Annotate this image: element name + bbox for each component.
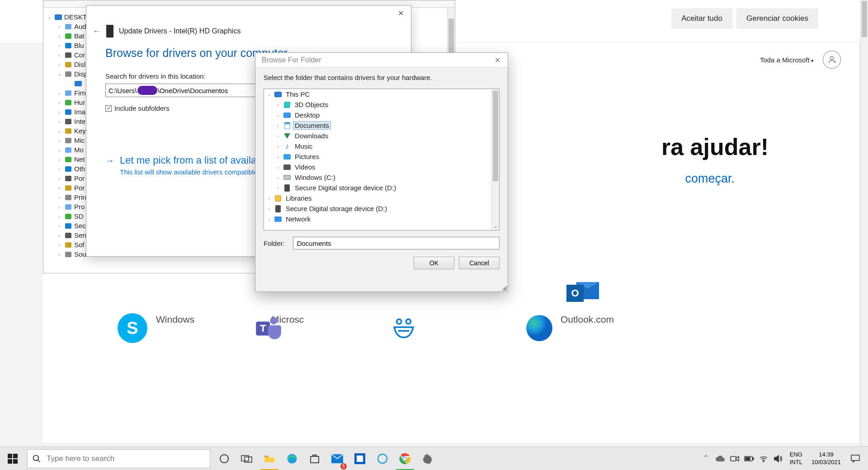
manage-cookies-button[interactable]: Gerenciar cookies bbox=[736, 8, 818, 29]
expand-icon[interactable]: › bbox=[275, 175, 281, 180]
expand-icon[interactable]: › bbox=[275, 164, 281, 170]
expand-icon[interactable]: › bbox=[56, 242, 62, 248]
collapse-icon[interactable]: ⌄ bbox=[46, 14, 52, 20]
all-microsoft-menu[interactable]: Toda a Microsoft bbox=[760, 56, 814, 64]
tree-item[interactable]: ›Pictures bbox=[264, 151, 499, 162]
close-icon[interactable]: ✕ bbox=[487, 53, 508, 67]
folder-icon bbox=[283, 153, 291, 161]
expand-icon[interactable]: › bbox=[266, 196, 272, 201]
expand-icon[interactable]: › bbox=[275, 113, 281, 118]
ok-button[interactable]: OK bbox=[414, 257, 454, 269]
folder-tree-scrollbar[interactable]: ⌄ bbox=[491, 89, 499, 230]
expand-icon[interactable]: › bbox=[275, 102, 281, 108]
expand-icon[interactable]: › bbox=[56, 62, 62, 67]
folder-field[interactable] bbox=[293, 237, 500, 249]
expand-icon[interactable]: › bbox=[275, 123, 281, 128]
expand-icon[interactable]: › bbox=[56, 119, 62, 124]
expand-icon[interactable]: › bbox=[56, 214, 62, 219]
expand-icon[interactable]: › bbox=[266, 216, 272, 222]
expand-icon[interactable]: › bbox=[56, 33, 62, 39]
svg-point-20 bbox=[378, 454, 387, 463]
groupme-icon[interactable] bbox=[389, 313, 419, 343]
expand-icon[interactable]: › bbox=[56, 43, 62, 48]
expand-icon[interactable]: › bbox=[56, 100, 62, 105]
computer-icon bbox=[274, 90, 282, 99]
close-icon[interactable]: ✕ bbox=[390, 6, 411, 20]
expand-icon[interactable]: › bbox=[56, 166, 62, 172]
start-button[interactable] bbox=[0, 447, 25, 470]
scroll-down-icon[interactable]: ⌄ bbox=[492, 222, 499, 230]
expand-icon[interactable]: › bbox=[275, 154, 281, 160]
tree-item[interactable]: ›Desktop bbox=[264, 110, 499, 120]
wifi-tray-icon[interactable] bbox=[756, 447, 771, 470]
tree-item[interactable]: ›Secure Digital storage device (D:) bbox=[264, 203, 499, 214]
expand-icon[interactable]: › bbox=[56, 223, 62, 229]
expand-icon[interactable]: › bbox=[56, 147, 62, 153]
tree-item[interactable]: ›Network bbox=[264, 214, 499, 224]
tree-item[interactable]: ›♪Music bbox=[264, 141, 499, 151]
tree-item[interactable]: ›Documents bbox=[264, 120, 499, 131]
expand-icon[interactable]: › bbox=[56, 233, 62, 238]
search-input[interactable] bbox=[47, 454, 205, 463]
edge-icon[interactable] bbox=[524, 313, 554, 343]
device-icon bbox=[106, 25, 113, 38]
tree-item-this-pc[interactable]: ⌄ This PC bbox=[264, 89, 499, 99]
expand-icon[interactable]: › bbox=[56, 138, 62, 143]
expand-icon[interactable]: › bbox=[56, 90, 62, 96]
photos-icon[interactable] bbox=[349, 447, 371, 470]
onedrive-tray-icon[interactable] bbox=[713, 447, 727, 470]
microsoft-store-icon[interactable] bbox=[303, 447, 326, 470]
expand-icon[interactable]: › bbox=[275, 144, 281, 149]
scrollbar-thumb[interactable] bbox=[862, 1, 867, 37]
svg-point-8 bbox=[526, 315, 552, 341]
page-scrollbar[interactable] bbox=[860, 0, 868, 446]
expand-icon[interactable]: › bbox=[56, 52, 62, 58]
expand-icon[interactable]: › bbox=[56, 195, 62, 200]
expand-icon[interactable]: › bbox=[56, 176, 62, 181]
expand-icon[interactable]: › bbox=[56, 109, 62, 115]
scrollbar-thumb[interactable] bbox=[493, 91, 498, 181]
battery-tray-icon[interactable] bbox=[742, 447, 756, 470]
tree-item[interactable]: ›Libraries bbox=[264, 193, 499, 203]
meet-now-tray-icon[interactable] bbox=[727, 447, 742, 470]
account-icon[interactable] bbox=[823, 51, 841, 69]
cancel-button[interactable]: Cancel bbox=[459, 257, 500, 269]
accept-cookies-button[interactable]: Aceitar tudo bbox=[671, 8, 732, 29]
tree-item[interactable]: ›3D Objects bbox=[264, 99, 499, 110]
tree-item[interactable]: ›Secure Digital storage device (D:) bbox=[264, 183, 499, 193]
expand-icon[interactable]: › bbox=[56, 185, 62, 191]
tray-expand-icon[interactable]: ˄ bbox=[698, 447, 713, 470]
edge-taskbar-icon[interactable] bbox=[281, 447, 303, 470]
expand-icon[interactable]: › bbox=[56, 252, 62, 257]
skype-icon[interactable]: S bbox=[118, 313, 147, 343]
task-view-icon[interactable] bbox=[236, 447, 258, 470]
expand-icon[interactable]: › bbox=[56, 157, 62, 162]
folder-tree[interactable]: ⌄ This PC ›3D Objects›Desktop›Documents›… bbox=[264, 89, 500, 230]
expand-icon[interactable]: › bbox=[275, 185, 281, 191]
settings-icon[interactable] bbox=[416, 447, 439, 470]
cortana-app-icon[interactable] bbox=[371, 447, 394, 470]
tree-item[interactable]: ›Downloads bbox=[264, 131, 499, 141]
mail-icon[interactable]: 5 bbox=[326, 447, 349, 470]
tree-item[interactable]: ›Videos bbox=[264, 162, 499, 172]
expand-icon[interactable]: › bbox=[56, 204, 62, 210]
clock[interactable]: 14:39 10/03/2021 bbox=[807, 451, 845, 466]
expand-icon[interactable]: › bbox=[275, 133, 281, 139]
teams-icon[interactable]: T bbox=[253, 313, 283, 343]
collapse-icon[interactable]: ⌄ bbox=[266, 91, 272, 97]
outlook-icon[interactable]: O bbox=[566, 280, 599, 306]
action-center-icon[interactable] bbox=[845, 455, 865, 463]
chrome-icon[interactable] bbox=[394, 447, 416, 470]
taskbar-search[interactable] bbox=[27, 449, 210, 468]
expand-icon[interactable]: › bbox=[56, 128, 62, 134]
expand-icon[interactable]: › bbox=[56, 24, 62, 29]
expand-icon[interactable]: ⌄ bbox=[56, 71, 62, 77]
resize-grip-icon[interactable]: ◢ bbox=[500, 284, 507, 291]
cortana-icon[interactable] bbox=[213, 447, 236, 470]
language-indicator[interactable]: ENG INTL bbox=[785, 451, 807, 466]
volume-tray-icon[interactable] bbox=[771, 447, 785, 470]
file-explorer-icon[interactable] bbox=[258, 447, 281, 470]
tree-item[interactable]: ›Windows (C:) bbox=[264, 172, 499, 183]
back-icon[interactable]: ← bbox=[93, 27, 101, 36]
expand-icon[interactable]: › bbox=[266, 206, 272, 212]
